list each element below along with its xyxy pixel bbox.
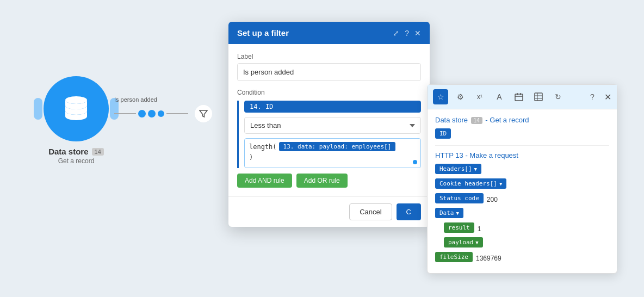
cancel-button[interactable]: Cancel (349, 203, 392, 220)
svg-rect-2 (535, 93, 542, 101)
modal-footer: Cancel C (228, 196, 430, 227)
chip-headers[interactable]: Headers[]▼ (435, 164, 481, 174)
filter-modal: Set up a filter ⤢ ? ✕ Label Condition 14… (228, 22, 430, 227)
panel-payload-row: payload▼ (444, 237, 609, 250)
chip-data[interactable]: Data▼ (435, 208, 463, 218)
node-sublabel: Get a record (58, 157, 95, 165)
value-row2: ) (249, 153, 416, 161)
add-or-button[interactable]: Add OR rule (296, 174, 348, 188)
connector-line (114, 113, 136, 114)
value-chip: 13. data: payload: employees[] (279, 142, 396, 151)
expand-icon[interactable]: ⤢ (393, 29, 399, 38)
panel-close-button[interactable]: ✕ (604, 92, 611, 102)
funnel-icon (199, 109, 208, 118)
chip-filesize[interactable]: fileSize (435, 252, 473, 262)
condition-label: Condition (237, 89, 421, 96)
condition-value-area[interactable]: length( 13. data: payload: employees[] ) (244, 138, 421, 168)
modal-header-icons: ⤢ ? ✕ (393, 29, 421, 38)
panel-section1-id-row: ID (435, 128, 609, 141)
condition-section: Condition 14. ID Less than length( 13. d… (237, 89, 421, 168)
dot-3 (158, 110, 164, 117)
modal-body: Label Condition 14. ID Less than length(… (228, 44, 430, 196)
chip-result[interactable]: result (444, 222, 474, 233)
connector-dots (138, 110, 164, 117)
condition-value-row: length( 13. data: payload: employees[] (249, 142, 416, 151)
help-icon[interactable]: ? (405, 29, 409, 38)
filter-icon[interactable] (195, 105, 212, 122)
panel-result-row: result 1 (444, 222, 609, 235)
value-prefix: length( (249, 143, 277, 151)
status-code-value: 200 (487, 196, 498, 203)
panel-icon-text[interactable]: A (492, 89, 507, 104)
chip-id[interactable]: ID (435, 128, 451, 139)
panel-icon-refresh[interactable]: ↻ (550, 89, 566, 104)
right-panel: ☆ ⚙ x¹ A ↻ ? ✕ Data store 14 - Get a rec… (427, 84, 617, 274)
modal-title: Set up a filter (237, 28, 289, 38)
modal-header: Set up a filter ⤢ ? ✕ (228, 22, 430, 44)
confirm-button[interactable]: C (397, 203, 421, 220)
condition-id-chip: 14. ID (244, 101, 421, 113)
dot-1 (138, 110, 146, 117)
panel-data-row: Data▼ (435, 208, 609, 220)
action-buttons: Add AND rule Add OR rule (237, 174, 421, 188)
blue-dot-indicator (413, 160, 417, 164)
add-and-button[interactable]: Add AND rule (237, 174, 292, 188)
section1-subtitle: - Get a record (485, 116, 529, 124)
svg-point-0 (65, 96, 87, 104)
section2-title-text: HTTP (435, 151, 455, 159)
panel-body: Data store 14 - Get a record ID HTTP 13 … (428, 109, 617, 273)
panel-icon-calendar[interactable] (511, 89, 527, 104)
divider-1 (435, 145, 609, 146)
panel-icon-star[interactable]: ☆ (433, 89, 448, 104)
section1-title-text: Data store (435, 116, 470, 124)
connector-line-2 (166, 113, 188, 114)
panel-headers-row: Headers[]▼ (435, 164, 609, 176)
connector-label: Is person added (114, 96, 157, 103)
condition-operator-select[interactable]: Less than (244, 117, 421, 134)
label-input[interactable] (237, 63, 421, 81)
node-label: Data store 14 (48, 147, 104, 156)
node-circle (44, 76, 109, 141)
panel-icon-table[interactable] (531, 89, 546, 104)
calendar-icon (515, 92, 523, 101)
filesize-value: 1369769 (476, 255, 501, 262)
data-store-node[interactable]: Data store 14 Get a record (44, 76, 109, 165)
panel-section1-title: Data store 14 - Get a record (435, 116, 609, 124)
svg-rect-1 (515, 94, 523, 101)
panel-section2-title: HTTP 13 - Make a request (435, 151, 609, 159)
panel-icon-help[interactable]: ? (585, 89, 600, 104)
close-icon[interactable]: ✕ (414, 29, 421, 38)
database-icon (60, 92, 92, 125)
connector-area: Is person added (114, 105, 212, 122)
chip-payload[interactable]: payload▼ (444, 237, 483, 247)
table-icon (534, 92, 543, 101)
panel-icon-superscript[interactable]: x¹ (472, 89, 487, 104)
label-field-label: Label (237, 53, 421, 60)
condition-box: 14. ID Less than length( 13. data: paylo… (237, 101, 421, 168)
node-name-text: Data store (48, 147, 88, 156)
chip-cookie-headers[interactable]: Cookie headers[]▼ (435, 178, 506, 189)
panel-status-row: Status code 200 (435, 193, 609, 206)
panel-filesize-row: fileSize 1369769 (435, 252, 609, 264)
right-panel-header: ☆ ⚙ x¹ A ↻ ? ✕ (428, 85, 617, 109)
panel-icon-settings[interactable]: ⚙ (453, 89, 468, 104)
node-badge: 14 (92, 148, 104, 156)
section2-badge: 13 (455, 151, 463, 159)
result-value: 1 (478, 225, 481, 233)
dot-2 (148, 110, 156, 117)
panel-cookie-row: Cookie headers[]▼ (435, 178, 609, 191)
section1-badge: 14 (471, 117, 482, 124)
chip-status-code[interactable]: Status code (435, 193, 484, 203)
section2-subtitle: - Make a request (465, 151, 518, 159)
